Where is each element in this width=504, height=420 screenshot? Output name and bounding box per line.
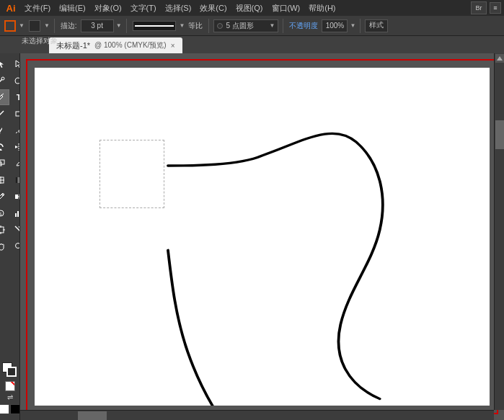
transform-tools-row [0,73,20,89]
symbol-tool[interactable]: s [0,205,9,221]
menu-help[interactable]: 帮助(H) [304,1,340,15]
stroke-value-arrow[interactable]: ▼ [116,22,122,29]
scrollbar-thumb[interactable] [495,120,504,149]
slice-tool[interactable] [10,222,20,238]
horizontal-scrollbar[interactable] [20,410,494,420]
type-tool[interactable]: T [10,89,20,105]
graph-tool[interactable] [10,205,20,221]
direct-selection-tool[interactable] [10,56,20,72]
rotate-tool[interactable] [0,139,9,155]
color-mode-row [0,404,20,414]
menu-view[interactable]: 视图(Q) [231,1,268,15]
artboard-tool[interactable] [0,222,9,238]
fill-dropdown-arrow[interactable]: ▼ [44,22,50,29]
divider-4 [283,19,283,33]
dot-shape-label: 5 点圆形 [226,21,253,31]
reflect-tool[interactable] [10,139,20,155]
drawing-canvas[interactable] [35,68,490,406]
fill-stroke-swatches[interactable] [2,362,18,378]
style-button[interactable]: 样式 [365,19,388,32]
svg-text:s: s [0,211,2,216]
menu-file[interactable]: 文件(F) [20,1,55,15]
svg-rect-24 [15,213,17,217]
bridge-button[interactable]: Br [471,1,487,14]
selection-tool[interactable] [0,56,9,72]
document-tab[interactable]: 未标题-1* @ 100% (CMYK/预览) × [49,37,182,53]
divider-1 [54,19,55,33]
lasso-tool[interactable] [10,73,20,89]
blend-tool[interactable] [10,189,20,205]
black-color-btn[interactable] [10,404,20,414]
transparency-input[interactable] [322,19,348,32]
menu-bar: Ai 文件(F) 编辑(E) 对象(O) 文字(T) 选择(S) 效果(C) 视… [0,0,504,16]
pen-tools-row: T [0,89,20,105]
menu-effect[interactable]: 效果(C) [195,1,231,15]
magic-wand-tool[interactable] [0,73,9,89]
pencil-tool[interactable] [10,122,20,138]
pen-tool[interactable] [0,89,9,105]
tab-close-button[interactable]: × [171,42,175,50]
canvas-h-scroll [20,53,504,420]
mesh-tools-row [0,172,20,188]
artboard-tools-row [0,222,20,238]
stroke-swatch [6,367,17,377]
menu-window[interactable]: 窗口(W) [268,1,305,15]
vertical-scrollbar[interactable] [494,53,504,410]
svg-line-4 [0,111,4,117]
scrollbar-h-thumb[interactable] [78,411,107,420]
dot-shape-selector[interactable]: 5 点圆形 ▼ [213,19,278,32]
swap-colors-button[interactable]: ⇌ [7,393,13,401]
menu-object[interactable]: 对象(O) [90,1,126,15]
canvas-area[interactable] [20,53,504,420]
brush-tools-row [0,122,20,138]
no-selection-label: 未选择对象 [22,36,58,46]
paintbrush-tool[interactable] [0,122,9,138]
rotate-tools-row [0,139,20,155]
workspace-menu[interactable]: ≡ [490,2,501,14]
tab-bar: 未选择对象 未标题-1* @ 100% (CMYK/预览) × [0,36,504,53]
menu-edit[interactable]: 编辑(E) [55,1,90,15]
scrollbar-up-button[interactable] [495,54,504,63]
menu-text[interactable]: 文字(T) [126,1,161,15]
svg-line-3 [1,94,4,95]
main-area: T [0,53,504,420]
divider-2 [126,19,127,33]
scale-tool[interactable] [0,156,9,171]
dot-shape-arrow[interactable]: ▼ [270,22,275,29]
view-tools-row [0,238,20,254]
selection-tools-row [0,56,20,72]
stroke-value-input[interactable] [81,19,114,32]
eyedropper-tool[interactable] [0,189,9,205]
dot-icon [217,23,223,29]
mesh-tool[interactable] [0,172,9,188]
svg-marker-8 [0,148,2,151]
scale-tools-row [0,156,20,171]
gradient-tool[interactable] [10,172,20,188]
line-tool[interactable] [0,106,9,122]
hand-tool[interactable] [0,238,9,254]
stroke-fill-section: ▼ [3,19,25,33]
warp-tool[interactable] [10,156,20,171]
svg-rect-19 [15,195,18,199]
zoom-tool[interactable] [10,238,20,254]
rectangle-tool[interactable] [10,106,20,122]
stroke-color-indicator[interactable] [3,19,17,33]
toolbar: ▼ ▼ 描边: ▼ ▼ 等比 5 点圆形 ▼ 不透明度 ▼ 样式 [0,16,504,36]
canvas-wrapper [20,53,504,420]
toolbox: T [0,53,20,420]
transparency-arrow[interactable]: ▼ [350,22,355,29]
stroke-line-style[interactable] [133,21,176,31]
white-color-btn[interactable] [0,404,9,414]
symbol-tools-row: s [0,205,20,221]
shape-tools-row [0,106,20,122]
stroke-dropdown-arrow[interactable]: ▼ [19,22,25,29]
svg-marker-37 [497,56,503,61]
stroke-style-arrow[interactable]: ▼ [180,22,185,29]
menu-select[interactable]: 选择(S) [161,1,196,15]
eyedropper-tools-row [0,189,20,205]
none-swatch[interactable] [5,381,15,391]
fill-color-indicator[interactable] [27,18,43,34]
svg-rect-25 [17,211,19,217]
white-artboard[interactable] [35,68,490,406]
ai-logo: Ai [3,0,19,16]
